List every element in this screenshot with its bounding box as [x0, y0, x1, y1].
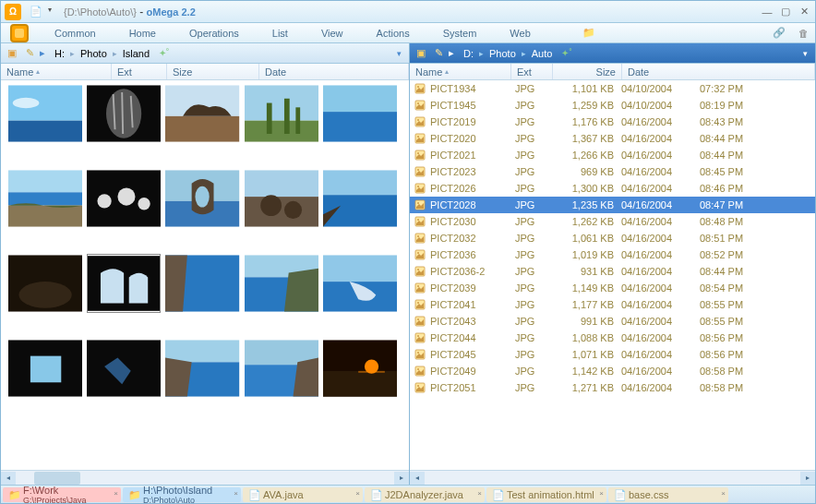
path-seg[interactable]: Island	[117, 48, 155, 59]
thumbnail[interactable]	[323, 254, 397, 313]
history-back-icon[interactable]: 📄	[30, 6, 42, 18]
nav-arrow-icon[interactable]: ▸	[40, 47, 45, 59]
scroll-right-icon[interactable]: ▸	[800, 472, 815, 485]
thumbnail[interactable]	[245, 254, 318, 313]
scroll-thumb[interactable]	[34, 472, 80, 485]
path-seg[interactable]: Auto	[526, 48, 558, 59]
file-row[interactable]: PICT2030JPG1,262 KB04/16/200408:48 PM	[410, 213, 815, 230]
menu-operations[interactable]: Operations	[173, 28, 256, 39]
left-scrollbar[interactable]: ◂ ▸	[1, 470, 409, 485]
edit-icon[interactable]: ✎	[431, 46, 446, 61]
left-pathbar[interactable]: ▣ ✎ ▸ H: ▸ Photo ▸ Island ✦˚ ▾	[1, 43, 409, 64]
path-seg[interactable]: Photo	[484, 48, 522, 59]
right-file-list[interactable]: PICT1934JPG1,101 KB04/10/200407:32 PMPIC…	[410, 80, 815, 470]
scroll-left-icon[interactable]: ◂	[410, 472, 425, 485]
file-row[interactable]: PICT2032JPG1,061 KB04/16/200408:51 PM	[410, 230, 815, 246]
status-tab[interactable]: 📁H:\Photo\IslandD:\Photo\Auto×	[123, 487, 241, 502]
thumbnail[interactable]	[165, 339, 239, 398]
file-row[interactable]: PICT2019JPG1,176 KB04/16/200408:43 PM	[410, 114, 815, 130]
file-row[interactable]: PICT2039JPG1,149 KB04/16/200408:54 PM	[410, 280, 815, 296]
menu-web[interactable]: Web	[493, 28, 546, 39]
close-button[interactable]: ✕	[797, 6, 811, 18]
thumbnail[interactable]	[87, 169, 161, 228]
thumbnail[interactable]	[8, 84, 82, 143]
file-row[interactable]: PICT2051JPG1,271 KB04/16/200408:58 PM	[410, 379, 815, 396]
col-date[interactable]: Date	[622, 64, 815, 79]
close-tab-icon[interactable]: ×	[355, 489, 360, 498]
file-row[interactable]: PICT2045JPG1,071 KB04/16/200408:56 PM	[410, 346, 815, 363]
file-row[interactable]: PICT2026JPG1,300 KB04/16/200408:46 PM	[410, 180, 815, 197]
file-row[interactable]: PICT2036-2JPG931 KB04/16/200408:44 PM	[410, 263, 815, 280]
menu-common[interactable]: Common	[38, 28, 113, 39]
link-icon[interactable]: 🔗	[771, 26, 787, 41]
col-name[interactable]: Name	[1, 64, 112, 79]
thumbnail[interactable]	[87, 84, 161, 143]
col-ext[interactable]: Ext	[112, 64, 167, 79]
menu-list[interactable]: List	[256, 28, 305, 39]
nav-arrow-icon[interactable]: ▸	[449, 47, 454, 59]
file-row[interactable]: PICT2044JPG1,088 KB04/16/200408:56 PM	[410, 330, 815, 346]
new-folder-icon[interactable]: 📁	[581, 26, 597, 41]
menu-system[interactable]: System	[426, 28, 494, 39]
status-tab[interactable]: 📄Test animation.html×	[486, 487, 606, 502]
status-tab[interactable]: 📄J2DAnalyzer.java×	[365, 487, 485, 502]
thumbnail[interactable]	[165, 84, 239, 143]
thumbnail[interactable]	[8, 169, 82, 228]
close-tab-icon[interactable]: ×	[721, 489, 726, 498]
close-tab-icon[interactable]: ×	[599, 489, 604, 498]
path-dropdown-icon[interactable]: ▾	[799, 49, 811, 58]
minimize-button[interactable]: —	[760, 6, 774, 18]
path-drive[interactable]: D:	[458, 48, 479, 59]
left-thumbnail-grid[interactable]	[1, 80, 409, 470]
file-time: 08:51 PM	[700, 233, 811, 244]
file-row[interactable]: PICT2023JPG969 KB04/16/200408:45 PM	[410, 163, 815, 180]
status-tab[interactable]: 📁F:\WorkG:\!Projects\Java×	[3, 487, 121, 502]
thumbnail[interactable]	[245, 339, 318, 398]
thumbnail[interactable]	[8, 339, 82, 398]
path-drive[interactable]: H:	[49, 48, 70, 59]
status-tab[interactable]: 📄AVA.java×	[243, 487, 363, 502]
right-pathbar[interactable]: ▣ ✎ ▸ D: ▸ Photo ▸ Auto ✦˚ ▾	[410, 43, 815, 64]
thumbnail[interactable]	[165, 254, 239, 313]
file-row[interactable]: PICT2021JPG1,266 KB04/16/200408:44 PM	[410, 147, 815, 163]
file-row[interactable]: PICT2020JPG1,367 KB04/16/200408:44 PM	[410, 130, 815, 147]
menu-actions[interactable]: Actions	[360, 28, 426, 39]
col-size[interactable]: Size	[553, 64, 622, 79]
right-scrollbar[interactable]: ◂ ▸	[410, 470, 815, 485]
trash-icon[interactable]: 🗑	[795, 26, 811, 41]
close-tab-icon[interactable]: ×	[114, 489, 118, 498]
history-dropdown-icon[interactable]: ▾	[48, 6, 61, 18]
thumbnail[interactable]	[245, 84, 318, 143]
menu-view[interactable]: View	[305, 28, 360, 39]
col-size[interactable]: Size	[167, 64, 259, 79]
file-row[interactable]: PICT2028JPG1,235 KB04/16/200408:47 PM	[410, 197, 815, 213]
file-row[interactable]: PICT2049JPG1,142 KB04/16/200408:58 PM	[410, 363, 815, 379]
file-row[interactable]: PICT1945JPG1,259 KB04/10/200408:19 PM	[410, 97, 815, 114]
path-dropdown-icon[interactable]: ▾	[393, 49, 405, 58]
file-row[interactable]: PICT2043JPG991 KB04/16/200408:55 PM	[410, 313, 815, 330]
close-tab-icon[interactable]: ×	[234, 489, 238, 498]
thumbnail[interactable]	[165, 169, 239, 228]
col-ext[interactable]: Ext	[511, 64, 553, 79]
edit-icon[interactable]: ✎	[22, 46, 37, 61]
file-row[interactable]: PICT1934JPG1,101 KB04/10/200407:32 PM	[410, 80, 815, 97]
file-row[interactable]: PICT2036JPG1,019 KB04/16/200408:52 PM	[410, 246, 815, 263]
file-row[interactable]: PICT2041JPG1,177 KB04/16/200408:55 PM	[410, 296, 815, 313]
thumbnail[interactable]	[323, 84, 397, 143]
maximize-button[interactable]: ▢	[778, 6, 793, 18]
thumbnail[interactable]	[8, 254, 82, 313]
scroll-left-icon[interactable]: ◂	[1, 472, 16, 485]
scroll-right-icon[interactable]: ▸	[394, 472, 409, 485]
thumbnail[interactable]	[323, 169, 397, 228]
thumbnail[interactable]	[87, 254, 161, 313]
col-date[interactable]: Date	[259, 64, 409, 79]
close-tab-icon[interactable]: ×	[477, 489, 482, 498]
thumbnail[interactable]	[87, 339, 161, 398]
thumbnail[interactable]	[323, 339, 397, 398]
col-name[interactable]: Name	[410, 64, 511, 79]
path-seg[interactable]: Photo	[75, 48, 113, 59]
menu-home[interactable]: Home	[113, 28, 173, 39]
app-icon[interactable]	[1, 23, 38, 43]
status-tab[interactable]: 📄base.css×	[608, 487, 728, 502]
thumbnail[interactable]	[245, 169, 318, 228]
